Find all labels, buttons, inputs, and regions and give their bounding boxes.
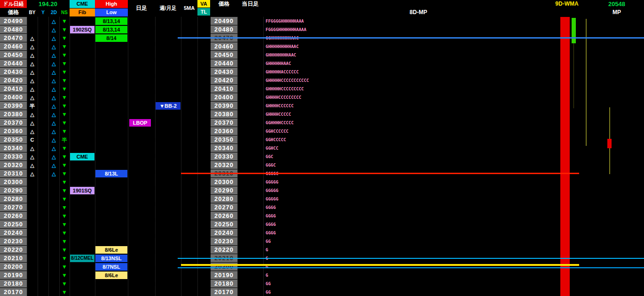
price-cell-right: 20230 (211, 237, 237, 245)
price-cell-right: 20420 (211, 76, 237, 84)
mp-letters: GHHHHHCCCCCCCCC (266, 85, 304, 93)
level-line-20200 (181, 264, 579, 266)
price-cell-left: 20410 (0, 85, 27, 93)
weekly-monthly-column-header: 週/月足 (155, 0, 181, 16)
tl-header: TL (197, 8, 210, 16)
annotation-chip: 8/7NSL (95, 263, 127, 271)
annotation-chip: CME (70, 153, 94, 160)
price-cell-right: 20260 (211, 212, 237, 220)
by-symbol: 半 (27, 102, 38, 110)
by-symbol: C (27, 136, 38, 144)
down-triangle-icon: ▼ (59, 288, 70, 296)
ladder-row: 20370△△▼LBOP20370GGHHHHCCCCC (0, 119, 644, 127)
price-cell-left: 20310 (0, 169, 27, 177)
price-cell-left: 20290 (0, 186, 27, 194)
annotation-chip: ▼BB-2 (156, 102, 181, 110)
down-triangle-icon: ▼ (59, 119, 70, 127)
price-cell-right: 20320 (211, 161, 237, 169)
price-cell-left: 20380 (0, 110, 27, 118)
price-cell-left: 20390 (0, 102, 27, 110)
down-triangle-icon: ▼ (59, 102, 70, 110)
up-triangle-icon: △ (27, 93, 38, 102)
2d-column-header: 2D (48, 8, 59, 16)
price-cell-left: 20260 (0, 212, 27, 220)
down-triangle-icon: ▼ (59, 271, 70, 280)
ladder-row: 20410△△▼20410GHHHHHCCCCCCCCC (0, 85, 644, 93)
up-triangle-icon: △ (27, 144, 38, 152)
down-triangle-icon: ▼ (59, 254, 70, 263)
price-cell-right: 20400 (211, 93, 237, 101)
annotation-chip: 1901SQ (70, 187, 94, 194)
price-column-header-left: 価格 (0, 8, 27, 16)
price-cell-right: 20440 (211, 59, 237, 67)
down-triangle-icon: ▼ (59, 186, 70, 195)
ladder-row: 20380△△▼20380GHHHHCCCCC (0, 110, 644, 119)
annotation-chip: 8/12CMEL (70, 255, 94, 262)
up-triangle-icon: △ (48, 93, 59, 102)
up-triangle-icon: △ (27, 34, 38, 42)
ladder-row: 20400△△▼20400GHHHHCCCCCCCCC (0, 93, 644, 102)
ladder-row: 20450△△▼20450GHHHHHHHHAAC (0, 51, 644, 59)
mp-letters: GHHHHHHAAC (266, 59, 291, 68)
down-triangle-icon: ▼ (59, 42, 70, 51)
down-triangle-icon: ▼ (59, 152, 70, 161)
ladder-row: 20460△△▼20460GHHHHHHHHHAAC (0, 42, 644, 51)
mp-letters: GG (266, 237, 271, 246)
price-cell-left: 20430 (0, 68, 27, 76)
price-cell-right: 20350 (211, 136, 237, 144)
up-triangle-icon: △ (27, 110, 38, 119)
up-triangle-icon: △ (27, 161, 38, 169)
annotation-chip: 8/6Le (95, 246, 127, 254)
ladder-row: 20340△△▼20340GGHCC (0, 144, 644, 152)
down-triangle-icon: ▼ (59, 85, 70, 93)
red-candle-body (607, 139, 612, 148)
green-candle-body (572, 18, 576, 43)
price-cell-left: 20300 (0, 178, 27, 186)
down-triangle-icon: ▼ (59, 68, 70, 76)
down-triangle-icon: ▼ (59, 17, 70, 25)
ladder-row: 20280▼20280GGGGG (0, 195, 644, 203)
mp-letters: GHHHHCCCCC (266, 110, 291, 119)
down-triangle-icon: ▼ (59, 93, 70, 102)
mp-letters: GHHHHHACCCCCC (266, 68, 298, 76)
mp-letters: G (266, 271, 268, 280)
down-triangle-icon: ▼ (59, 144, 70, 152)
ladder-row: 20480△▼1902SQ8/13,1420480FGGGGHHHHHHHAAA… (0, 25, 644, 34)
up-triangle-icon: △ (27, 127, 38, 136)
price-cell-right: 20450 (211, 51, 237, 59)
mp-letters: GGHHHHCCCCC (266, 119, 294, 127)
annotation-chip: 8/13NSL (95, 255, 127, 262)
price-cell-right: 20270 (211, 203, 237, 211)
price-cell-left: 20460 (0, 42, 27, 50)
mp-letters: GHHHHHHHHHAAC (266, 42, 298, 51)
price-cell-left: 20280 (0, 195, 27, 203)
price-cell-left: 20370 (0, 119, 27, 127)
up-triangle-icon: △ (48, 169, 59, 178)
price-cell-left: 20320 (0, 161, 27, 169)
price-cell-left: 20480 (0, 25, 27, 33)
ladder-row: 20440△△▼20440GHHHHHHAAC (0, 59, 644, 68)
down-triangle-icon: ▼ (59, 161, 70, 169)
price-cell-left: 20180 (0, 280, 27, 288)
price-cell-right: 20380 (211, 110, 237, 118)
price-cell-right: 20220 (211, 246, 237, 254)
down-triangle-icon: ▼ (59, 229, 70, 237)
down-triangle-icon: ▼ (59, 110, 70, 119)
mp-letters: GGGG (266, 229, 276, 237)
up-triangle-icon: △ (27, 85, 38, 93)
mp-letters: G (266, 246, 268, 254)
price-cell-right: 20170 (211, 288, 237, 296)
up-triangle-icon: △ (48, 17, 59, 25)
up-triangle-icon: △ (48, 136, 59, 144)
price-cell-right: 20430 (211, 68, 237, 76)
mp-letters: FGGGGHHHHHHHAAAA (266, 25, 306, 34)
mp-letters: GGHCCCCC (266, 136, 286, 144)
rate-value: 194.20 (27, 0, 69, 8)
price-cell-left: 20400 (0, 93, 27, 101)
price-cell-right: 20410 (211, 85, 237, 93)
price-cell-left: 20270 (0, 203, 27, 211)
ladder-row: 20290▼1901SQ20290GGGGG (0, 186, 644, 195)
up-triangle-icon: △ (48, 42, 59, 51)
price-cell-right: 20460 (211, 42, 237, 50)
ladder-row: 20360△△▼20360GGHCCCCCC (0, 127, 644, 136)
